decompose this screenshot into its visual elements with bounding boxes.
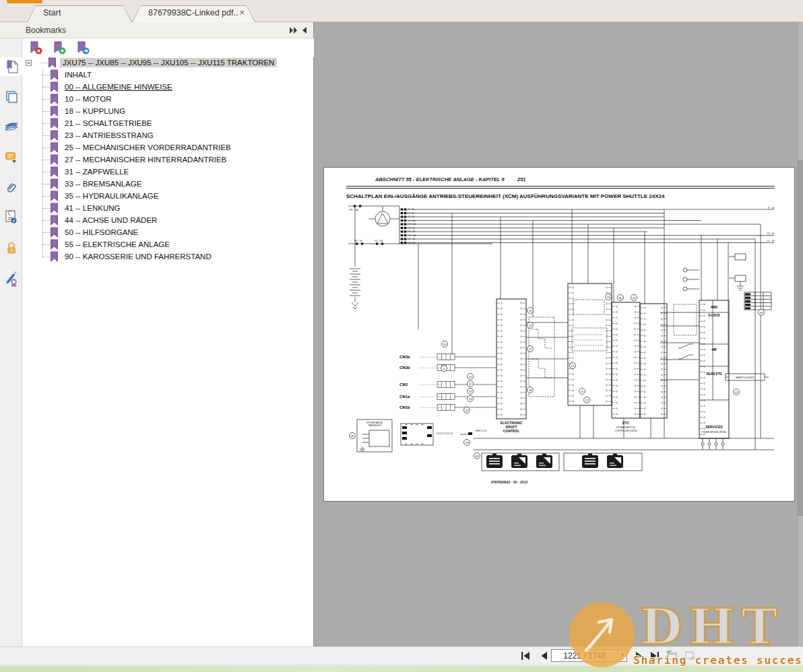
bookmark-item[interactable]: 27 -- MECHANISCHER HINTERRADANTRIEB bbox=[22, 154, 313, 166]
svg-text:21: 21 bbox=[571, 364, 575, 368]
svg-text:41: 41 bbox=[735, 391, 738, 394]
scrollbar-thumb[interactable] bbox=[798, 160, 803, 516]
label-etc: ETC bbox=[622, 421, 629, 425]
watermark-slogan: Sharing creates success bbox=[633, 654, 803, 667]
bookmark-item[interactable]: 31 -- ZAPFWELLE bbox=[22, 166, 313, 178]
svg-text:F15 - 5A: F15 - 5A bbox=[767, 240, 775, 242]
delete-bookmark-icon[interactable] bbox=[28, 40, 43, 55]
tree-stub bbox=[42, 172, 50, 172]
bookmark-item[interactable]: 50 -- HILFSORGANE bbox=[22, 226, 313, 238]
sign-pen-icon bbox=[4, 271, 19, 287]
digital-signature-icon bbox=[4, 209, 18, 224]
bookmark-item[interactable]: 18 -- KUPPLUNG bbox=[22, 105, 313, 117]
svg-text:(POWER SHUTTLE: (POWER SHUTTLE bbox=[616, 426, 636, 429]
bookmark-item[interactable]: 90 -- KAROSSERIE UND FAHRERSTAND bbox=[22, 250, 313, 263]
sidebar-item-layers[interactable] bbox=[0, 119, 22, 136]
bookmark-icon bbox=[50, 69, 59, 80]
sidebar-item-comments[interactable] bbox=[0, 149, 22, 166]
bookmark-item-label: 25 -- MECHANISCHER VORDERRADANTRIEB bbox=[62, 143, 234, 152]
close-tab-icon[interactable]: × bbox=[239, 7, 245, 18]
collapse-node-icon[interactable] bbox=[26, 60, 32, 66]
bookmark-item[interactable]: 10 -- MOTOR bbox=[22, 93, 313, 105]
first-page-button[interactable] bbox=[519, 651, 532, 661]
tree-stub bbox=[42, 208, 50, 209]
sidebar-item-digital-signatures[interactable] bbox=[0, 208, 22, 226]
svg-text:CN1a: CN1a bbox=[399, 395, 410, 399]
tree-stub bbox=[42, 123, 50, 124]
previous-page-button[interactable] bbox=[538, 651, 550, 661]
bookmark-icon bbox=[50, 203, 59, 213]
expand-current-bookmark-icon[interactable] bbox=[75, 40, 90, 55]
bookmark-item-label: 00 -- ALLGEMEINE HINWEISE bbox=[62, 82, 175, 92]
bookmark-icon bbox=[50, 227, 59, 238]
bookmark-icon bbox=[50, 251, 59, 262]
application-menu-chip[interactable] bbox=[7, 0, 42, 3]
bookmark-root-label: JXU75 -- JXU85 -- JXU95 -- JXU105 -- JXU… bbox=[60, 58, 277, 67]
tree-stub bbox=[42, 220, 50, 221]
svg-text:12: 12 bbox=[469, 390, 472, 393]
svg-text:CN3a: CN3a bbox=[399, 355, 410, 359]
bookmark-item-label: 21 -- SCHALTGETRIEBE bbox=[62, 119, 155, 128]
svg-text:4WD: 4WD bbox=[711, 306, 718, 309]
tree-stub bbox=[42, 196, 50, 197]
collapse-all-icon[interactable] bbox=[289, 26, 298, 34]
svg-text:CONTROLLER 24X24): CONTROLLER 24X24) bbox=[615, 430, 637, 432]
bookmark-item[interactable]: 33 -- BREMSANLAGE bbox=[22, 178, 313, 190]
bookmark-item[interactable]: 55 -- ELEKTRISCHE ANLAGE bbox=[22, 238, 313, 250]
svg-text:17: 17 bbox=[529, 347, 532, 351]
label-rear-pto-solenoid: REAR PTO SOLENOID bbox=[736, 376, 754, 379]
svg-text:10: 10 bbox=[469, 375, 472, 378]
svg-text:XCO (Body) Connector (Polarity: XCO (Body) Connector (Polarity 4) bbox=[418, 384, 445, 386]
bookmark-icon bbox=[50, 81, 59, 92]
svg-text:CN2: CN2 bbox=[399, 382, 408, 387]
svg-text:46: 46 bbox=[476, 455, 479, 458]
sidebar-item-security[interactable] bbox=[0, 239, 22, 257]
svg-text:20: 20 bbox=[443, 343, 447, 346]
document-view[interactable]: ABSCHNITT 55 - ELEKTRISCHE ANLAGE - KAPI… bbox=[315, 22, 803, 646]
tab-document[interactable]: 87679938C-Linked pdf.... × bbox=[132, 5, 255, 22]
bookmark-item-label: 10 -- MOTOR bbox=[62, 94, 114, 104]
svg-text:F1 - 5A: F1 - 5A bbox=[768, 207, 774, 209]
navigation-icon-strip bbox=[0, 38, 22, 646]
collapse-panel-icon[interactable] bbox=[300, 26, 309, 34]
sidebar-item-attachments[interactable] bbox=[0, 179, 22, 197]
layers-icon bbox=[4, 121, 19, 134]
bookmark-item[interactable]: 41 -- LENKUNG bbox=[22, 202, 313, 214]
tree-stub bbox=[42, 87, 50, 88]
bookmark-icon bbox=[50, 142, 59, 153]
tree-stub bbox=[42, 135, 50, 136]
svg-text:POWER GROUND (PGND): POWER GROUND (PGND) bbox=[702, 431, 727, 434]
svg-text:XCO (Body) Connector (Polarity: XCO (Body) Connector (Polarity 2) bbox=[418, 367, 445, 369]
bookmark-item[interactable]: 35 -- HYDRAULIKANLAGE bbox=[22, 190, 313, 202]
sidebar-item-bookmarks[interactable] bbox=[0, 57, 23, 76]
svg-text:XCO (Body) Connector (Polarity: XCO (Body) Connector (Polarity 1) bbox=[418, 356, 445, 358]
bookmark-item-label: 35 -- HYDRAULIKANLAGE bbox=[62, 191, 161, 201]
sidebar-item-sign[interactable] bbox=[0, 270, 22, 288]
bookmark-item[interactable]: 23 -- ANTRIEBSSTRANG bbox=[22, 129, 313, 141]
bookmark-item[interactable]: 00 -- ALLGEMEINE HINWEISE bbox=[22, 81, 313, 93]
bookmark-icon bbox=[50, 239, 59, 250]
label-services: SERVICES bbox=[705, 425, 723, 429]
bookmarks-panel-icon bbox=[5, 60, 19, 74]
sidebar-item-pages[interactable] bbox=[0, 88, 22, 106]
bookmark-item[interactable]: 25 -- MECHANISCHER VORDERRADANTRIEB bbox=[22, 141, 313, 154]
comments-icon bbox=[4, 151, 18, 164]
tab-start[interactable]: Start bbox=[27, 5, 132, 22]
bookmark-item[interactable]: 44 -- ACHSE UND RÄDER bbox=[22, 214, 313, 226]
watermark-circle bbox=[569, 602, 635, 667]
bookmark-item[interactable]: INHALT bbox=[22, 69, 313, 81]
tree-stub bbox=[42, 257, 50, 257]
bookmark-icon bbox=[50, 118, 59, 129]
svg-text:F2 - 5A: F2 - 5A bbox=[408, 212, 414, 215]
vertical-scrollbar[interactable] bbox=[797, 22, 803, 646]
bookmark-root[interactable]: JXU75 -- JXU85 -- JXU95 -- JXU105 -- JXU… bbox=[22, 57, 313, 69]
svg-text:CN3b: CN3b bbox=[399, 366, 410, 370]
svg-text:15: 15 bbox=[529, 309, 532, 312]
bookmark-tree: JXU75 -- JXU85 -- JXU95 -- JXU105 -- JXU… bbox=[22, 57, 313, 646]
tree-stub bbox=[42, 75, 50, 75]
label-spare-diode: SPARE DIODE bbox=[475, 430, 487, 432]
tree-stub bbox=[42, 111, 50, 112]
tree-stub bbox=[42, 99, 50, 100]
bookmark-item[interactable]: 21 -- SCHALTGETRIEBE bbox=[22, 117, 313, 129]
add-bookmark-icon[interactable] bbox=[52, 40, 67, 55]
